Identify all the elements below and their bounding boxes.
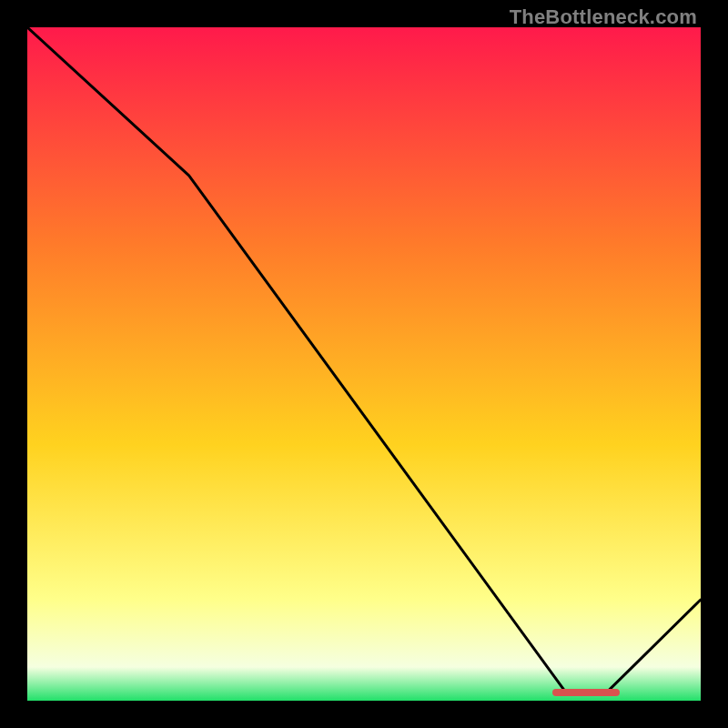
chart-frame	[27, 27, 701, 701]
optimal-range-marker	[552, 689, 620, 696]
gradient-background	[27, 27, 701, 701]
chart-plot	[27, 27, 701, 701]
watermark-text: TheBottleneck.com	[510, 5, 697, 29]
